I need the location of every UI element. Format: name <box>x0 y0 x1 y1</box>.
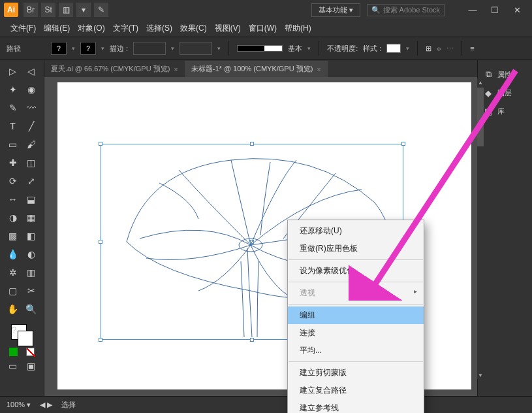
isolate-icon[interactable]: ⋯ <box>446 44 454 53</box>
width-tool[interactable]: ↔ <box>6 192 20 206</box>
fill-stroke-swatch[interactable]: ? <box>11 324 33 346</box>
symbol-sprayer-tool[interactable]: ✲ <box>6 265 20 280</box>
ctx-make-clipping-mask[interactable]: 建立剪切蒙版 <box>288 364 424 382</box>
ctx-make-guides[interactable]: 建立参考线 <box>288 399 424 413</box>
resize-handle[interactable] <box>401 142 405 146</box>
stock-icon[interactable]: St <box>41 3 55 17</box>
gradient-tool[interactable]: ◧ <box>24 229 39 243</box>
ctx-redo[interactable]: 重做(R)应用色板 <box>288 240 424 257</box>
curvature-tool[interactable]: 〰 <box>24 101 39 115</box>
stroke-weight-input[interactable] <box>133 42 166 55</box>
style-label: 基本 <box>288 44 302 54</box>
resize-handle[interactable] <box>250 142 254 146</box>
brush-tool[interactable]: 🖌 <box>24 137 39 152</box>
ctx-group[interactable]: 编组 <box>288 306 424 324</box>
free-transform-tool[interactable]: ⬓ <box>24 192 39 206</box>
align-icon[interactable]: ⊞ <box>426 44 431 53</box>
menu-select[interactable]: 选择(S) <box>146 23 172 34</box>
menu-type[interactable]: 文字(T) <box>113 23 138 34</box>
stock-search[interactable]: 🔍 搜索 Adobe Stock <box>367 4 445 16</box>
stock-placeholder: 搜索 Adobe Stock <box>383 5 440 15</box>
eyedropper-tool[interactable]: 💧 <box>6 247 20 261</box>
close-button[interactable]: ✕ <box>506 3 528 17</box>
ctx-pixel-perfect[interactable]: 设为像素级优化 <box>288 262 424 280</box>
slice-tool[interactable]: ✂ <box>24 284 39 298</box>
ctx-perspective: 透视 <box>288 284 424 302</box>
workspace-switcher[interactable]: 基本功能 ▾ <box>311 3 360 17</box>
menu-view[interactable]: 视图(V) <box>215 23 241 34</box>
lasso-tool[interactable]: ◉ <box>24 82 39 97</box>
menu-object[interactable]: 对象(O) <box>78 23 104 34</box>
shaper-tool[interactable]: ✚ <box>6 156 20 170</box>
resize-handle[interactable] <box>99 338 102 342</box>
scale-tool[interactable]: ⤢ <box>24 174 39 188</box>
menu-window[interactable]: 窗口(W) <box>249 23 277 34</box>
zoom-tool[interactable]: 🔍 <box>24 302 39 316</box>
bridge-icon[interactable]: Br <box>23 3 38 17</box>
screen-mode-strip[interactable] <box>9 348 35 356</box>
fill-dropdown-icon[interactable]: ▾ <box>72 45 75 52</box>
shape-builder-tool[interactable]: ◑ <box>6 210 20 225</box>
panel-libraries[interactable]: ▣库 <box>478 102 532 120</box>
vertical-scrollbar[interactable]: ▲ ▼ <box>477 78 484 379</box>
fill-swatch[interactable]: ? <box>51 42 67 55</box>
maximize-button[interactable]: ☐ <box>484 3 506 17</box>
type-tool[interactable]: T <box>6 119 20 133</box>
gpu-icon[interactable]: ▾ <box>76 3 91 17</box>
menu-edit[interactable]: 编辑(E) <box>44 23 70 34</box>
panel-layers[interactable]: ◆图层 <box>478 84 532 102</box>
mesh-tool[interactable]: ▩ <box>6 229 20 243</box>
ctx-join[interactable]: 连接 <box>288 324 424 342</box>
doc-tab-1[interactable]: 夏天.ai @ 66.67% (CMYK/GPU 预览)× <box>44 61 185 77</box>
right-panel: ⧉属性 ◆图层 ▣库 <box>477 60 532 396</box>
ctx-average[interactable]: 平均... <box>288 342 424 359</box>
resize-handle[interactable] <box>99 240 102 244</box>
stroke-swatch[interactable]: ? <box>80 42 96 55</box>
feather-icon[interactable]: ✎ <box>94 3 108 17</box>
scroll-down-icon[interactable]: ▼ <box>477 371 484 379</box>
hand-tool[interactable]: ✋ <box>6 302 20 316</box>
stroke-dropdown-icon[interactable]: ▾ <box>101 45 104 52</box>
artboard-tool[interactable]: ▢ <box>6 284 20 298</box>
menu-file[interactable]: 文件(F) <box>10 23 36 34</box>
transform-icon[interactable]: ⟐ <box>437 44 441 52</box>
document-tabs: 夏天.ai @ 66.67% (CMYK/GPU 预览)× 未标题-1* @ 1… <box>44 60 477 77</box>
minimize-button[interactable]: — <box>462 3 484 17</box>
ctx-make-compound-path[interactable]: 建立复合路径 <box>288 382 424 399</box>
resize-handle[interactable] <box>250 338 254 342</box>
scroll-thumb[interactable] <box>477 88 484 146</box>
graph-tool[interactable]: ▥ <box>24 265 39 280</box>
panel-properties[interactable]: ⧉属性 <box>478 65 532 84</box>
perspective-tool[interactable]: ▦ <box>24 210 39 225</box>
doc-tab-2[interactable]: 未标题-1* @ 100% (CMYK/GPU 预览)× <box>185 61 328 77</box>
arrange-icon[interactable]: ▥ <box>59 3 73 17</box>
center-handle[interactable] <box>250 240 254 244</box>
menu-effect[interactable]: 效果(C) <box>180 23 207 34</box>
eraser-tool[interactable]: ◫ <box>24 156 39 170</box>
tab-close-icon[interactable]: × <box>317 65 321 73</box>
screen-mode[interactable]: ▣ <box>24 359 39 373</box>
resize-handle[interactable] <box>99 142 102 146</box>
rect-tool[interactable]: ▭ <box>6 137 20 152</box>
title-quick-icons: Br St ▥ ▾ ✎ <box>23 3 110 17</box>
draw-mode[interactable]: ▭ <box>6 359 20 373</box>
search-icon: 🔍 <box>371 6 381 14</box>
menu-help[interactable]: 帮助(H) <box>285 23 311 34</box>
magic-wand-tool[interactable]: ✦ <box>6 82 20 97</box>
blend-tool[interactable]: ◐ <box>24 247 39 261</box>
panel-menu-icon[interactable]: ≡ <box>470 44 474 52</box>
graphic-style-swatch[interactable] <box>386 44 401 53</box>
app-logo: Ai <box>4 3 18 17</box>
zoom-display[interactable]: 100% ▾ <box>7 401 31 409</box>
rotate-tool[interactable]: ⟳ <box>6 174 20 188</box>
brush-stroke-preview[interactable] <box>237 45 283 52</box>
status-nav[interactable]: ◀ ▶ <box>40 401 52 409</box>
selection-tool[interactable]: ▷ <box>6 64 20 78</box>
scroll-up-icon[interactable]: ▲ <box>477 78 484 86</box>
brush-profile[interactable] <box>180 42 212 55</box>
tab-close-icon[interactable]: × <box>174 65 178 73</box>
ctx-undo[interactable]: 还原移动(U) <box>288 222 424 240</box>
line-tool[interactable]: ╱ <box>24 119 39 133</box>
direct-selection-tool[interactable]: ◁ <box>24 64 39 78</box>
pen-tool[interactable]: ✎ <box>6 101 20 115</box>
